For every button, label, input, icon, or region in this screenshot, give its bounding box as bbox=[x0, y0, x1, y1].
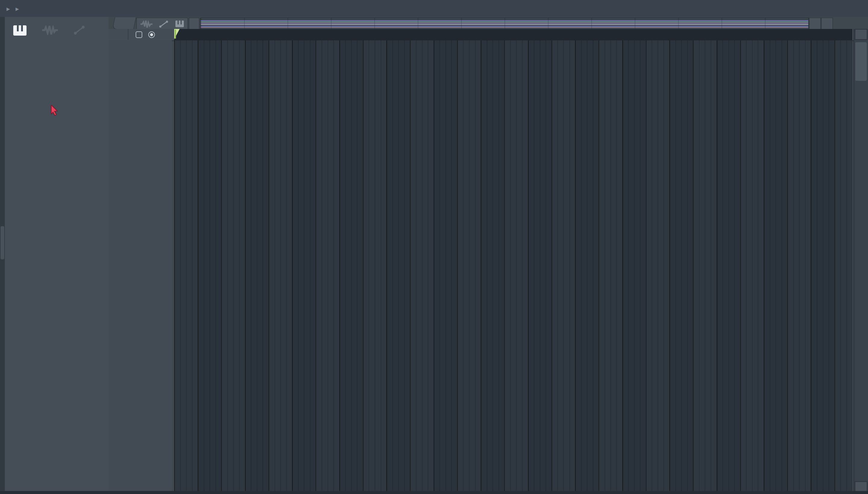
track-header-column bbox=[108, 40, 172, 491]
add-track-button[interactable] bbox=[112, 29, 129, 40]
piano-roll-tab-icon[interactable] bbox=[13, 25, 26, 35]
breadcrumb-chevron-icon: ▸ bbox=[16, 5, 19, 12]
pattern-panel-scrollbar[interactable] bbox=[0, 17, 5, 494]
scroll-down-button[interactable] bbox=[855, 481, 867, 492]
playlist-grid[interactable] bbox=[174, 40, 852, 491]
pattern-picker-panel bbox=[5, 17, 109, 494]
bottom-edge-strip bbox=[0, 491, 868, 494]
minimap-scroll-left-button[interactable] bbox=[189, 18, 199, 30]
audio-wave-tab-icon[interactable] bbox=[42, 25, 58, 35]
mouse-cursor bbox=[51, 105, 58, 116]
playlist-view-switcher bbox=[136, 18, 188, 30]
fl-studio-playlist-window: ▸▸ bbox=[0, 0, 868, 494]
title-bar: ▸▸ bbox=[0, 0, 868, 18]
playlist-vertical-scrollbar[interactable] bbox=[853, 29, 868, 492]
slide-toggle[interactable] bbox=[148, 31, 155, 38]
playlist-minimap[interactable] bbox=[200, 18, 809, 30]
playlist-view-tab[interactable] bbox=[112, 18, 137, 30]
breadcrumb-chevron-icon: ▸ bbox=[7, 5, 9, 12]
playlist-panel bbox=[108, 17, 868, 494]
minimap-options-button[interactable] bbox=[821, 18, 833, 30]
audio-view-icon[interactable] bbox=[140, 20, 152, 27]
minimap-scroll-right-button[interactable] bbox=[809, 18, 821, 30]
scrollbar-thumb[interactable] bbox=[1, 226, 4, 259]
window-title: ▸▸ bbox=[4, 4, 22, 13]
timeline-ruler[interactable] bbox=[174, 29, 852, 41]
scrollbar-thumb[interactable] bbox=[855, 42, 867, 81]
playhead-marker[interactable] bbox=[174, 29, 180, 39]
automation-tab-icon[interactable] bbox=[74, 25, 85, 35]
pattern-view-icon[interactable] bbox=[176, 20, 184, 27]
step-checkbox[interactable] bbox=[136, 31, 142, 38]
scroll-up-button[interactable] bbox=[855, 29, 867, 40]
pattern-picker-tabs bbox=[13, 22, 104, 39]
automation-view-icon[interactable] bbox=[159, 20, 169, 27]
